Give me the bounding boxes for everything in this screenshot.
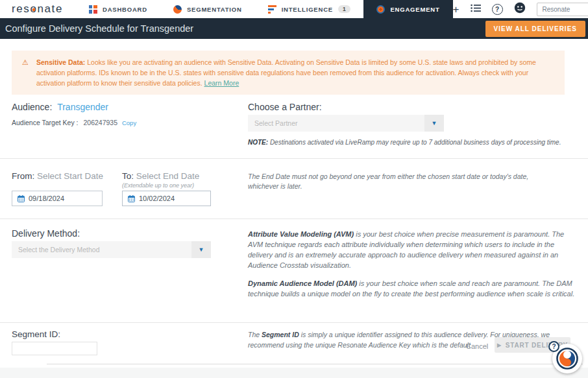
nav-item-engagement[interactable]: ENGAGEMENT [363,0,452,18]
sensitive-data-banner: ⚠ Sensitive Data: Looks like you are act… [12,51,565,95]
calendar-icon [128,195,135,202]
to-hint-text: Select End Date [136,171,200,181]
audience-label: Audience: [12,102,52,112]
calendar-icon [18,195,25,202]
to-date-subtext: (Extendable up to one year) [122,182,194,189]
learn-more-link[interactable]: Learn More [204,79,239,87]
resonate-logo[interactable]: resonate [12,3,63,16]
start-date-value: 09/18/2024 [29,195,64,202]
intelligence-bars-icon [268,5,276,14]
page-header: Configure Delivery Schedule for Transgen… [0,18,588,39]
delivery-method-placeholder: Select the Delivery Method [18,246,99,254]
segment-id-input[interactable] [12,342,97,355]
audience-target-key-line: Audience Target Key : 206247935 Copy [12,119,136,126]
nav-label-segmentation: SEGMENTATION [187,6,242,13]
copy-key-link[interactable]: Copy [122,119,136,126]
audience-line: Audience: Transgender [12,102,108,112]
from-date-label: From: Select Start Date [12,171,103,181]
warning-icon: ⚠ [22,57,29,67]
avm-description: Attribute Value Modeling (AVM) is your b… [248,229,580,270]
section-divider [0,219,588,219]
feedback-widget: ? [548,341,582,373]
nav-label-engagement: ENGAGEMENT [390,6,439,13]
help-icon[interactable]: ? [492,4,503,15]
avm-lead: Attribute Value Modeling (AVM) [248,230,354,238]
to-label-text: To: [122,171,134,181]
list-icon[interactable] [471,3,481,15]
section-divider [0,158,588,159]
page-title: Configure Delivery Schedule for Transgen… [5,23,193,34]
choose-partner-label: Choose a Partner: [248,102,322,112]
cancel-button[interactable]: Cancel [466,342,488,350]
nav-item-dashboard[interactable]: DASHBOARD [76,0,160,18]
end-date-note: The End Date must not go beyond one year… [248,172,533,191]
chevron-down-icon: ▼ [191,241,211,258]
intelligence-count-badge: 1 [338,5,351,13]
chevron-down-icon: ▼ [424,115,444,132]
configure-delivery-page: resonate DASHBOARD SEGMENTATION INTELLIG… [0,0,588,378]
liveramp-note: NOTE: Destinations activated via LiveRam… [248,139,578,146]
end-date-value: 10/02/2024 [139,195,175,202]
play-icon: ▶ [497,342,502,348]
nav-item-segmentation[interactable]: SEGMENTATION [160,0,255,18]
add-icon[interactable]: + [453,4,459,15]
audience-key-value: 206247935 [83,119,117,126]
account-select-value: Resonate [543,6,570,13]
dashboard-grid-icon [89,5,97,14]
nav-utilities: + ? Resonate ▼ [453,2,588,16]
partner-select-placeholder: Select Partner [254,119,298,127]
view-all-deliveries-button[interactable]: VIEW ALL DELIVERIES [485,21,585,37]
end-date-input[interactable]: 10/02/2024 [122,191,211,206]
start-date-input[interactable]: 09/18/2024 [12,191,103,206]
widget-help-icon[interactable]: ? [548,341,559,352]
audience-name-link[interactable]: Transgender [57,102,108,112]
bottom-divider [47,364,583,364]
primary-nav: DASHBOARD SEGMENTATION INTELLIGENCE 1 EN… [76,0,453,18]
segment-id-label: Segment ID: [12,329,60,339]
note-body: Destinations activated via LiveRamp may … [270,139,561,146]
top-navigation-bar: resonate DASHBOARD SEGMENTATION INTELLIG… [0,0,588,18]
delivery-method-label: Delivery Method: [12,228,80,239]
nav-label-intelligence: INTELLIGENCE [282,6,333,13]
segment-note-lead: Segment ID [262,331,299,338]
to-date-label: To: Select End Date [122,171,199,181]
segmentation-pie-icon [173,5,182,14]
dam-description: Dynamic Audience Model (DAM) is your bes… [248,278,580,299]
from-hint-text: Select Start Date [37,171,103,181]
delivery-method-select[interactable]: Select the Delivery Method ▼ [12,241,211,258]
banner-lead: Sensitive Data: [36,58,85,66]
nav-item-intelligence[interactable]: INTELLIGENCE 1 [255,0,364,18]
dam-lead: Dynamic Audience Model (DAM) [248,279,357,287]
section-divider [0,322,588,323]
segment-note-pre: The [248,331,260,338]
audience-key-label: Audience Target Key : [12,119,79,126]
account-select[interactable]: Resonate ▼ [537,3,588,16]
from-label-text: From: [12,171,34,181]
note-lead: NOTE: [248,139,268,146]
nav-label-dashboard: DASHBOARD [103,6,147,13]
engagement-target-icon [376,5,385,14]
banner-body: Looks like you are activating an audienc… [36,58,536,87]
footer-strip [0,368,588,378]
partner-select[interactable]: Select Partner ▼ [248,115,444,132]
avatar-icon[interactable] [514,2,526,16]
